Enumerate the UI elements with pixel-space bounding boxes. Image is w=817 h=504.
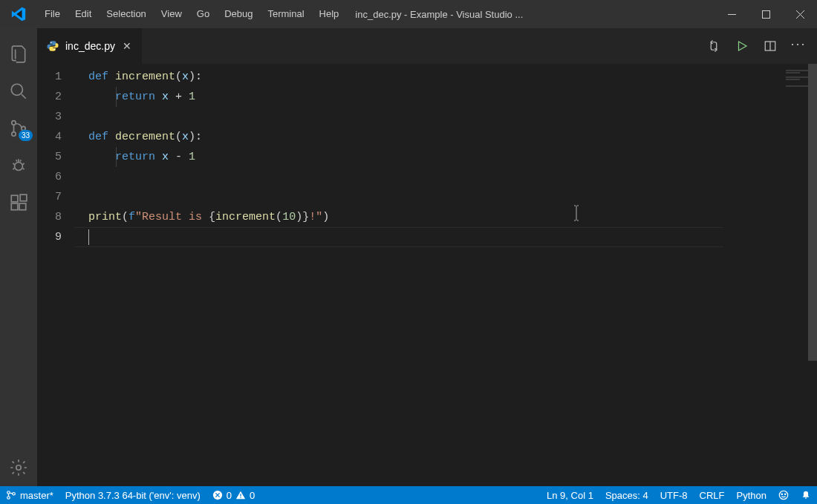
svg-rect-0 [762,10,769,18]
status-feedback-icon[interactable] [772,486,795,504]
menu-edit[interactable]: Edit [68,0,99,28]
vscode-logo-icon [0,0,37,28]
status-python-env[interactable]: Python 3.7.3 64-bit ('env': venv) [59,486,206,504]
vertical-scrollbar[interactable] [808,64,817,486]
menu-help[interactable]: Help [312,0,347,28]
svg-point-22 [784,494,785,494]
activity-bar: 33 [0,28,37,486]
close-button[interactable] [783,0,817,28]
status-eol[interactable]: CRLF [694,486,731,504]
svg-point-21 [781,494,782,494]
tab-inc-dec[interactable]: inc_dec.py ✕ [37,28,143,64]
caret [88,229,89,245]
svg-point-10 [16,465,22,471]
minimap[interactable] [786,64,810,486]
tab-filename: inc_dec.py [65,40,115,52]
tab-close-icon[interactable]: ✕ [121,40,133,52]
line-number: 5 [37,147,78,167]
status-language[interactable]: Python [731,486,772,504]
status-bar: master* Python 3.7.3 64-bit ('env': venv… [0,486,817,504]
activity-explorer[interactable] [0,36,37,73]
line-number: 7 [37,187,78,207]
line-number: 6 [37,167,78,187]
status-problems[interactable]: 0 0 [206,486,261,504]
mouse-cursor-icon [571,205,582,229]
status-encoding[interactable]: UTF-8 [654,486,694,504]
svg-rect-6 [11,195,18,202]
tab-bar: inc_dec.py ✕ ··· [37,28,817,64]
menu-debug[interactable]: Debug [217,0,260,28]
status-branch[interactable]: master* [0,486,59,504]
line-number: 3 [37,107,78,127]
titlebar: File Edit Selection View Go Debug Termin… [0,0,817,28]
svg-point-14 [7,491,10,494]
status-indentation[interactable]: Spaces: 4 [599,486,654,504]
svg-point-12 [54,49,56,50]
status-cursor-position[interactable]: Ln 9, Col 1 [541,486,599,504]
svg-rect-19 [240,497,241,498]
python-file-icon [46,39,59,53]
code-editor[interactable]: def increment(x): return x + 1 def decre… [78,64,786,486]
svg-point-20 [779,491,787,499]
window-title: inc_dec.py - Example - Visual Studio ... [346,9,715,20]
menu-selection[interactable]: Selection [99,0,153,28]
scm-badge: 33 [19,130,33,141]
svg-point-1 [11,84,22,95]
svg-point-5 [15,163,23,171]
line-number: 4 [37,127,78,147]
activity-debug[interactable] [0,147,37,184]
run-icon[interactable] [729,33,755,59]
svg-rect-18 [240,494,241,497]
line-gutter: 1 2 3 4 5 6 7 8 9 [37,64,78,486]
svg-rect-9 [20,194,27,201]
activity-search[interactable] [0,73,37,110]
line-number: 9 [37,227,78,247]
svg-point-11 [51,42,52,44]
compare-changes-icon[interactable] [701,33,726,59]
menubar: File Edit Selection View Go Debug Termin… [37,0,346,28]
activity-settings[interactable] [0,449,37,486]
activity-source-control[interactable]: 33 [0,110,37,147]
menu-go[interactable]: Go [189,0,217,28]
more-actions-icon[interactable]: ··· [786,33,811,59]
line-number: 2 [37,87,78,107]
menu-file[interactable]: File [37,0,68,28]
editor-area: inc_dec.py ✕ ··· 1 2 3 [37,28,817,486]
menu-view[interactable]: View [154,0,189,28]
svg-point-2 [12,121,16,125]
status-bell-icon[interactable] [795,486,817,504]
svg-point-15 [7,497,10,500]
minimize-button[interactable] [715,0,749,28]
editor-actions: ··· [701,33,817,59]
activity-extensions[interactable] [0,184,37,221]
svg-point-3 [12,132,16,136]
svg-rect-7 [11,203,18,210]
menu-terminal[interactable]: Terminal [260,0,311,28]
scrollbar-thumb[interactable] [808,64,817,361]
maximize-button[interactable] [749,0,783,28]
line-number: 8 [37,207,78,227]
split-editor-icon[interactable] [758,33,783,59]
line-number: 1 [37,67,78,87]
window-controls [715,0,817,28]
svg-rect-8 [19,203,26,210]
editor-body[interactable]: 1 2 3 4 5 6 7 8 9 def increment(x): retu… [37,64,817,486]
